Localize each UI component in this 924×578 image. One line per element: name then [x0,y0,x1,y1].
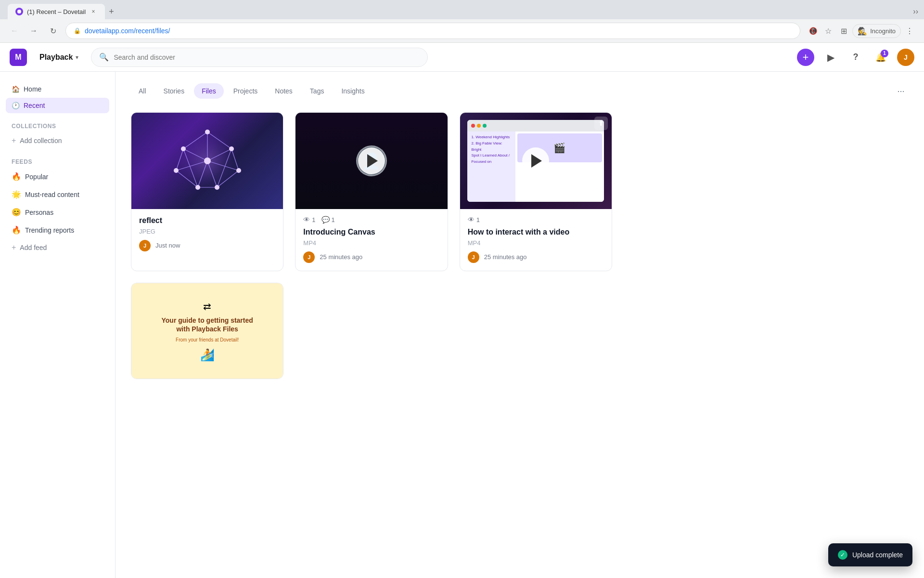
files-grid: reflect JPEG J Just now [131,112,612,379]
guide-tag: From your friends at Dovetail! [162,337,253,342]
filter-tab-projects[interactable]: Projects [226,83,266,99]
file-title-canvas: Introducing Canvas [303,227,439,237]
recent-icon: 🕐 [12,102,20,109]
filter-tab-tags[interactable]: Tags [302,83,332,99]
file-timestamp-canvas: 25 minutes ago [320,253,362,261]
filter-tab-files[interactable]: Files [194,83,224,99]
file-card-guide[interactable]: ⇄ Your guide to getting startedwith Play… [131,283,283,379]
address-bar[interactable]: 🔒 dovetailapp.com/recent/files/ [65,23,800,39]
file-meta-canvas: J 25 minutes ago [303,251,439,263]
new-tab-button[interactable]: + [105,7,118,17]
add-feed-label: Add feed [20,244,47,251]
svg-point-22 [215,185,219,190]
file-avatar-reflect: J [139,240,151,251]
file-timestamp-reflect: Just now [155,242,180,249]
search-bar[interactable]: 🔍 [91,48,428,67]
search-input[interactable] [114,53,420,61]
add-feed-button[interactable]: + Add feed [6,239,109,256]
file-card-body-interact: 👁 1 How to interact with a video MP4 J 2… [460,209,612,271]
file-avatar-interact: J [468,251,479,263]
lock-icon: 🔒 [74,27,81,34]
browser-menu-button[interactable]: ⋮ [903,24,916,38]
forward-button[interactable]: → [27,24,40,38]
notification-button[interactable]: 🔔 1 [872,49,889,66]
sidebar-item-must-read[interactable]: 🌟 Must-read content [6,186,109,203]
help-button[interactable]: ? [847,49,864,66]
sidebar-item-recent[interactable]: 🕐 Recent [6,98,109,113]
file-thumb-guide: ⇄ Your guide to getting startedwith Play… [131,283,283,379]
bookmark-icon[interactable]: ☆ [821,24,835,38]
svg-point-19 [181,146,186,151]
sidebar-home-label: Home [24,85,41,93]
tab-favicon [15,8,23,15]
filter-tab-stories[interactable]: Stories [156,83,192,99]
file-avatar-canvas: J [303,251,315,263]
url-display: dovetailapp.com/recent/files/ [85,27,792,35]
sidebar-item-personas[interactable]: 😊 Personas [6,204,109,221]
sidebar-must-read-label: Must-read content [25,191,79,198]
tab-close-button[interactable]: × [90,8,97,15]
playback-icon[interactable]: ▶ [822,49,839,66]
add-button[interactable]: + [797,49,814,66]
sidebar-trending-label: Trending reports [25,226,74,234]
browser-tab[interactable]: (1) Recent – Dovetail × [8,4,105,19]
file-title-reflect: reflect [139,216,275,226]
tab-overflow-button[interactable]: ›› [913,7,924,16]
svg-point-24 [204,158,211,164]
guide-decoration-icon: ⇄ [162,301,253,312]
camera-off-icon: 📵 [806,24,820,38]
file-timestamp-interact: 25 minutes ago [484,253,527,261]
svg-point-21 [174,168,179,173]
toast-label: Upload complete [852,551,903,559]
file-card-reflect[interactable]: reflect JPEG J Just now [131,112,283,271]
svg-point-17 [205,130,210,134]
file-stats-canvas: 👁 1 💬 1 [303,216,439,223]
views-count-canvas: 1 [312,216,315,223]
plus-icon: + [12,136,16,145]
workspace-button[interactable]: M [10,49,27,66]
toast-check-icon: ✓ [838,550,847,560]
sidebar-item-home[interactable]: 🏠 Home [6,81,109,97]
plus-icon-feed: + [12,243,16,252]
filter-tab-insights[interactable]: Insights [334,83,372,99]
add-collection-button[interactable]: + Add collection [6,132,109,149]
filter-tabs: All Stories Files Projects Notes Tags In… [131,83,909,99]
incognito-badge: 🕵️ Incognito [852,24,901,38]
product-selector[interactable]: Playback ▾ [35,50,83,65]
upload-complete-toast: ✓ Upload complete [828,543,912,566]
filter-tab-notes[interactable]: Notes [267,83,300,99]
file-thumb-reflect [131,113,283,209]
guide-title: Your guide to getting startedwith Playba… [162,316,253,333]
feeds-section-label: Feeds [6,153,109,168]
sidebar-item-popular[interactable]: 🔥 Popular [6,168,109,185]
personas-icon: 😊 [12,208,21,217]
filter-tab-all[interactable]: All [131,83,154,99]
file-title-interact: How to interact with a video [468,227,604,237]
file-card-interact[interactable]: 1. Weekend Highlights 2. Big Fable View:… [460,112,612,271]
back-button[interactable]: ← [8,24,21,38]
file-thumb-interact: 1. Weekend Highlights 2. Big Fable View:… [460,113,612,209]
grid-icon[interactable]: ⊞ [837,24,850,38]
guide-content: ⇄ Your guide to getting startedwith Play… [152,291,263,371]
refresh-button[interactable]: ↻ [46,24,60,38]
must-read-icon: 🌟 [12,190,21,199]
user-avatar[interactable]: J [897,49,914,66]
product-name: Playback [39,53,73,62]
popular-icon: 🔥 [12,172,21,181]
sidebar-item-trending[interactable]: 🔥 Trending reports [6,222,109,238]
main-content: All Stories Files Projects Notes Tags In… [116,72,924,578]
sidebar: 🏠 Home 🕐 Recent Collections + Add collec… [0,72,116,578]
file-type-reflect: JPEG [139,228,275,235]
home-icon: 🏠 [12,85,20,93]
guide-illustration: 🏄 [162,348,253,362]
views-icon-canvas: 👁 [303,216,310,223]
play-button-interact[interactable] [522,147,549,174]
tab-title: (1) Recent – Dovetail [27,8,86,15]
file-card-canvas[interactable]: 👤 [295,112,448,271]
play-button-canvas[interactable] [358,147,385,174]
filter-more-button[interactable]: ··· [893,83,909,99]
svg-point-18 [229,146,234,151]
views-count-interact: 1 [476,216,480,223]
svg-point-23 [195,185,200,190]
sidebar-personas-label: Personas [25,209,53,216]
